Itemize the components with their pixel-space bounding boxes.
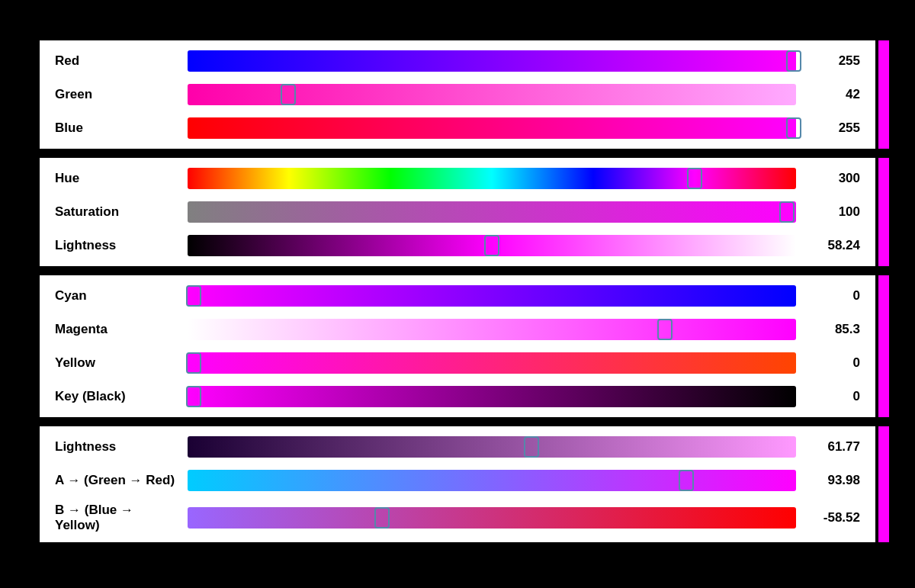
- green-track: [188, 84, 796, 105]
- cyan-row: Cyan 0: [55, 284, 860, 307]
- key-label: Key (Black): [55, 389, 177, 404]
- red-value: 255: [807, 53, 860, 69]
- saturation-thumb[interactable]: [779, 201, 795, 223]
- lab-a-row: A → (Green → Red) 93.98: [55, 469, 860, 492]
- red-row: Red 255: [55, 50, 860, 72]
- magenta-row: Magenta 85.3: [55, 318, 860, 341]
- lab-a-track: [188, 470, 796, 491]
- cmyk-section: Cyan 0 Magenta 85.3 Yellow: [38, 274, 877, 419]
- hue-slider-container[interactable]: [188, 167, 796, 190]
- lab-l-slider-container[interactable]: [188, 435, 796, 458]
- cyan-slider-container[interactable]: [188, 284, 796, 307]
- hue-value: 300: [807, 171, 860, 186]
- saturation-track: [188, 201, 796, 223]
- key-slider-container[interactable]: [188, 385, 796, 408]
- lightness-hsl-track: [188, 235, 796, 256]
- lab-b-value: -58.52: [807, 510, 860, 525]
- lab-a-value: 93.98: [807, 473, 860, 488]
- cyan-track: [188, 285, 796, 307]
- lab-l-label: Lightness: [55, 439, 177, 455]
- blue-label: Blue: [55, 120, 177, 136]
- yellow-slider-container[interactable]: [188, 352, 796, 374]
- cyan-value: 0: [807, 288, 860, 304]
- lab-b-track: [188, 507, 796, 529]
- green-value: 42: [807, 87, 860, 102]
- saturation-label: Saturation: [55, 204, 177, 220]
- saturation-row: Saturation 100: [55, 201, 860, 223]
- blue-track: [188, 117, 796, 139]
- lab-l-thumb[interactable]: [524, 436, 539, 458]
- lab-b-slider-container[interactable]: [188, 506, 796, 529]
- green-thumb[interactable]: [281, 84, 296, 105]
- lab-a-slider-container[interactable]: [188, 469, 796, 492]
- red-label: Red: [55, 53, 177, 69]
- red-thumb[interactable]: [786, 50, 801, 72]
- yellow-thumb[interactable]: [186, 352, 201, 374]
- color-sliders-panel: Red 255 Green 42 Blue: [38, 39, 877, 550]
- lab-a-thumb[interactable]: [679, 470, 694, 491]
- lightness-hsl-slider-container[interactable]: [188, 234, 796, 257]
- magenta-label: Magenta: [55, 322, 177, 337]
- red-slider-container[interactable]: [188, 50, 796, 72]
- lab-l-value: 61.77: [807, 439, 860, 455]
- rgb-section: Red 255 Green 42 Blue: [38, 39, 877, 150]
- lightness-hsl-thumb[interactable]: [484, 235, 499, 256]
- hue-row: Hue 300: [55, 167, 860, 190]
- key-track: [188, 386, 796, 407]
- green-slider-container[interactable]: [188, 83, 796, 106]
- green-row: Green 42: [55, 83, 860, 106]
- yellow-track: [188, 352, 796, 374]
- lab-l-track: [188, 436, 796, 458]
- lightness-hsl-label: Lightness: [55, 238, 177, 253]
- yellow-row: Yellow 0: [55, 352, 860, 374]
- lab-b-thumb[interactable]: [374, 507, 390, 529]
- cyan-thumb[interactable]: [186, 285, 201, 307]
- magenta-track: [188, 319, 796, 340]
- magenta-thumb[interactable]: [657, 319, 673, 340]
- cyan-label: Cyan: [55, 288, 177, 304]
- green-label: Green: [55, 87, 177, 102]
- key-value: 0: [807, 389, 860, 404]
- key-row: Key (Black) 0: [55, 385, 860, 408]
- magenta-slider-container[interactable]: [188, 318, 796, 341]
- saturation-slider-container[interactable]: [188, 201, 796, 223]
- lightness-hsl-row: Lightness 58.24: [55, 234, 860, 257]
- red-track: [188, 50, 796, 72]
- blue-row: Blue 255: [55, 117, 860, 140]
- lab-l-row: Lightness 61.77: [55, 435, 860, 458]
- blue-thumb[interactable]: [786, 117, 801, 139]
- yellow-value: 0: [807, 355, 860, 371]
- hue-track: [188, 168, 796, 189]
- saturation-value: 100: [807, 204, 860, 220]
- lab-a-label: A → (Green → Red): [55, 473, 177, 488]
- hue-label: Hue: [55, 171, 177, 186]
- magenta-value: 85.3: [807, 322, 860, 337]
- blue-slider-container[interactable]: [188, 117, 796, 140]
- blue-value: 255: [807, 120, 860, 136]
- hue-thumb[interactable]: [687, 168, 702, 189]
- hsl-section: Hue 300 Saturation 100 Lightness: [38, 156, 877, 268]
- lightness-hsl-value: 58.24: [807, 238, 860, 253]
- lab-b-label: B → (Blue → Yellow): [55, 503, 177, 533]
- yellow-label: Yellow: [55, 355, 177, 371]
- lab-b-row: B → (Blue → Yellow) -58.52: [55, 503, 860, 533]
- lab-section: Lightness 61.77 A → (Green → Red) 93.98 …: [38, 425, 877, 544]
- key-thumb[interactable]: [186, 386, 201, 407]
